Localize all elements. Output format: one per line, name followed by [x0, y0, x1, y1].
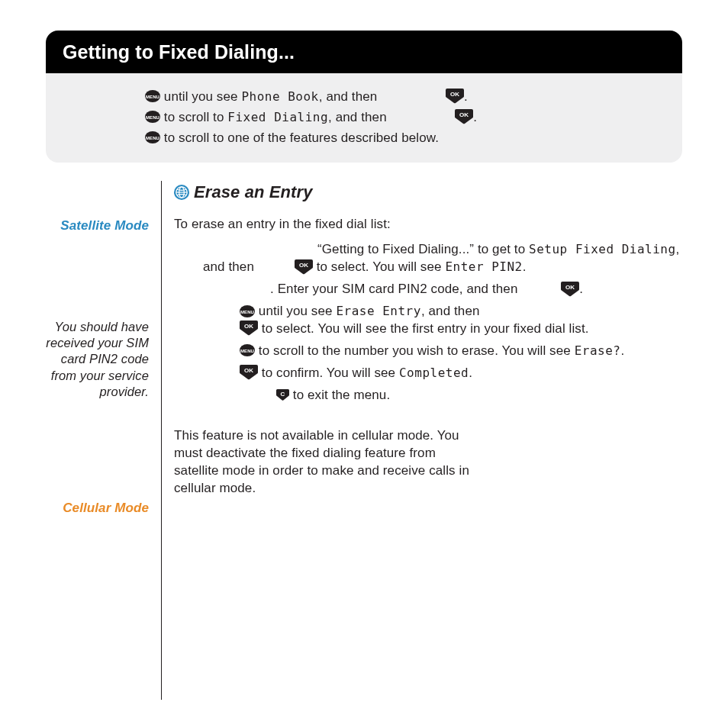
nav-text: to scroll to one of the features describ…: [164, 130, 439, 145]
side-column: Satellite Mode You should have received …: [46, 181, 149, 700]
satellite-mode-label: Satellite Mode: [46, 217, 149, 235]
menu-key-icon: [145, 90, 160, 102]
ok-key-icon: [240, 321, 258, 336]
lcd-text: Phone Book: [241, 89, 318, 104]
intro-text: To erase an entry in the fixed dial list…: [174, 216, 682, 234]
title-bar: Getting to Fixed Dialing...: [46, 31, 682, 73]
cellular-mode-label: Cellular Mode: [46, 500, 149, 517]
menu-key-icon: [145, 111, 160, 123]
step: to scroll to the number you wish to eras…: [174, 343, 682, 360]
nav-text: .: [464, 89, 468, 104]
menu-key-icon: [240, 305, 255, 317]
cellular-mode-text: This feature is not available in cellula…: [174, 427, 479, 498]
step-text: to confirm. You will see: [262, 366, 399, 380]
lcd-text: Erase?: [575, 343, 621, 358]
step-text: .: [469, 366, 472, 380]
nav-step: to scroll to Fixed Dialing, and then .: [145, 109, 667, 127]
step-text: .: [523, 259, 527, 274]
step-text: to exit the menu.: [293, 388, 390, 402]
step: to confirm. You will see Completed.: [174, 365, 682, 382]
ok-key-icon: [446, 89, 464, 104]
step-text: “Getting to Fixed Dialing...” to get to: [317, 242, 529, 256]
step-text: to select. You will see the first entry …: [262, 321, 589, 336]
lcd-text: Setup Fixed Dialing: [529, 242, 676, 256]
lcd-text: Completed: [399, 366, 469, 380]
step-text: . Enter your SIM card PIN2 code, and the…: [270, 282, 517, 296]
step-text: , and then: [421, 304, 480, 318]
nav-text: to scroll to: [164, 110, 228, 124]
main-column: Erase an Entry To erase an entry in the …: [161, 181, 682, 700]
page: Getting to Fixed Dialing... until you se…: [0, 0, 728, 700]
step-text: until you see: [259, 304, 337, 318]
nav-text: , and then: [328, 110, 387, 124]
nav-text: until you see: [164, 89, 242, 104]
step-text: .: [620, 343, 624, 358]
content-area: Satellite Mode You should have received …: [46, 181, 682, 700]
lcd-text: Erase Entry: [336, 304, 420, 318]
lcd-text: Fixed Dialing: [227, 110, 328, 124]
step-text: to scroll to the number you wish to eras…: [259, 343, 575, 358]
navigation-box: until you see Phone Book, and then . to …: [46, 73, 682, 163]
ok-key-icon: [455, 109, 473, 124]
section-title-text: Erase an Entry: [194, 182, 312, 201]
c-key-icon: [276, 389, 289, 401]
step: to exit the menu.: [174, 387, 682, 404]
step: . Enter your SIM card PIN2 code, and the…: [174, 281, 682, 298]
section-heading: Erase an Entry: [174, 181, 682, 206]
nav-step: to scroll to one of the features describ…: [145, 130, 667, 147]
nav-text: , and then: [319, 89, 378, 104]
menu-key-icon: [240, 344, 255, 356]
ok-key-icon: [240, 365, 258, 380]
nav-step: until you see Phone Book, and then .: [145, 89, 667, 106]
globe-icon: [174, 183, 189, 206]
step: “Getting to Fixed Dialing...” to get to …: [174, 241, 682, 276]
title-text: Getting to Fixed Dialing...: [63, 41, 295, 63]
lcd-text: Enter PIN2: [445, 259, 522, 274]
menu-key-icon: [145, 131, 160, 143]
step-text: to select. You will see: [317, 259, 446, 274]
step-text: .: [579, 282, 583, 296]
nav-text: .: [473, 110, 477, 124]
ok-key-icon: [561, 282, 579, 297]
ok-key-icon: [295, 259, 313, 275]
step: until you see Erase Entry, and then to s…: [174, 303, 682, 338]
side-note: You should have received your SIM card P…: [46, 319, 149, 401]
